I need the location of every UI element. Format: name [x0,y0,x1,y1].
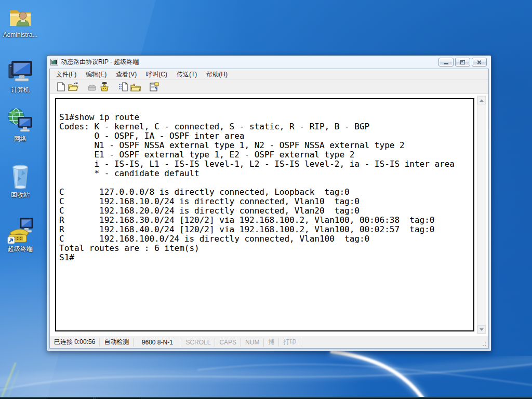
desktop-icon-network[interactable]: 网络 [0,107,41,142]
menu-transfer[interactable]: 传送(T) [172,69,202,81]
disconnect-button[interactable] [98,81,111,92]
administrator-folder-icon [7,4,33,30]
receive-file-icon [130,82,141,91]
desktop-icon-computer[interactable]: 计算机 [0,58,41,94]
computer-icon [7,58,34,85]
new-connection-button[interactable] [55,81,67,92]
terminal-line: E1 - OSPF external type 1, E2 - OSPF ext… [59,150,473,159]
desktop-icon-label: 网络 [0,136,41,142]
terminal-line: C 192.168.10.0/24 is directly connected,… [59,197,473,206]
send-file-icon [118,82,128,91]
minimize-button[interactable] [438,58,454,66]
menu-help[interactable]: 帮助(H) [202,69,232,81]
desktop-icon-label: 回收站 [0,192,41,198]
desktop-icon-recycle-bin[interactable]: 回收站 [0,161,41,198]
titlebar[interactable]: 动态路由协议RIP - 超级终端 [49,56,489,69]
minimize-icon [444,63,448,64]
status-num: NUM [241,338,264,347]
terminal-line: N1 - OSPF NSSA external type 1, N2 - OSP… [59,141,473,150]
status-connection: 已连接 0:00:56 [50,338,100,347]
maximize-button[interactable] [455,58,470,66]
status-scroll: SCROLL [181,338,215,347]
terminal-canvas[interactable]: S1#show ip route Codes: K - kernel, C - … [55,98,474,331]
scroll-up-button[interactable] [477,96,486,104]
disconnect-icon [99,82,110,91]
terminal-line: C 192.168.20.0/24 is directly connected,… [59,206,473,216]
desktop-icon-administrator[interactable]: Administra... [0,4,41,38]
call-icon [87,83,97,91]
statusbar: 已连接 0:00:56 自动检测 9600 8-N-1 SCROLL CAPS … [50,336,488,348]
status-print: 打印 [279,338,300,347]
terminal-line [59,178,473,188]
call-button[interactable] [86,81,98,92]
terminal-line: S1#show ip route [59,113,473,122]
vertical-scrollbar[interactable] [477,96,486,334]
menu-edit[interactable]: 编辑(E) [81,69,111,81]
terminal-line: C 127.0.0.0/8 is directly connected, Loo… [59,188,473,197]
taskbar[interactable] [0,397,532,399]
menubar: 文件(F) 编辑(E) 查看(V) 呼叫(C) 传送(T) 帮助(H) [50,69,488,80]
new-connection-icon [57,82,65,91]
status-baud: 9600 8-N-1 [134,338,181,347]
hyperterminal-icon [6,215,35,244]
maximize-icon [460,60,465,64]
recycle-bin-icon [7,161,34,190]
desktop-icon-label: 超级终端 [0,246,41,252]
hyperterminal-window: 动态路由协议RIP - 超级终端 文件(F) 编辑(E) 查看(V) 呼叫(C)… [47,55,491,351]
open-button[interactable] [67,81,79,92]
window-title-icon [50,59,58,65]
terminal-client: S1#show ip route Codes: K - kernel, C - … [50,94,488,336]
terminal-line: Codes: K - kernel, C - connected, S - st… [59,122,473,131]
terminal-line: R 192.168.40.0/24 [120/2] via 192.168.10… [59,225,473,234]
menu-view[interactable]: 查看(V) [111,69,141,81]
close-icon [476,59,482,65]
desktop-icon-label: 计算机 [0,87,41,94]
window-title: 动态路由协议RIP - 超级终端 [61,58,139,66]
terminal-line: i - IS-IS, L1 - IS-IS level-1, L2 - IS-I… [59,159,473,169]
menu-file[interactable]: 文件(F) [51,69,81,81]
menu-call[interactable]: 呼叫(C) [141,69,172,81]
properties-icon [150,82,159,91]
window-body: 文件(F) 编辑(E) 查看(V) 呼叫(C) 传送(T) 帮助(H) [49,69,489,349]
scroll-up-icon [480,99,484,102]
desktop-icon-hyperterminal[interactable]: 超级终端 [0,215,41,252]
status-caps: CAPS [215,338,241,347]
terminal-line: R 192.168.30.0/24 [120/2] via 192.168.10… [59,216,473,225]
terminal-line: O - OSPF, IA - OSPF inter area [59,131,473,141]
network-icon [7,107,34,134]
terminal-line: * - candidate default [59,169,473,178]
terminal-line: Total routes are : 6 item(s) [59,244,473,253]
receive-file-button[interactable] [129,81,142,92]
scroll-down-icon [480,328,484,331]
terminal-line: C 192.168.100.0/24 is directly connected… [59,234,473,244]
close-button[interactable] [472,58,487,66]
scroll-down-button[interactable] [477,325,486,334]
resize-grip-icon[interactable] [481,341,487,347]
toolbar [50,80,488,94]
status-detect: 自动检测 [100,338,134,347]
status-capture: 捕 [264,338,279,347]
open-icon [68,82,78,91]
send-file-button[interactable] [117,81,129,92]
desktop: Administra... 计算机 网络 [0,0,532,399]
terminal-line: S1# [59,253,473,262]
properties-button[interactable] [148,81,161,92]
desktop-icon-label: Administra... [0,32,41,38]
